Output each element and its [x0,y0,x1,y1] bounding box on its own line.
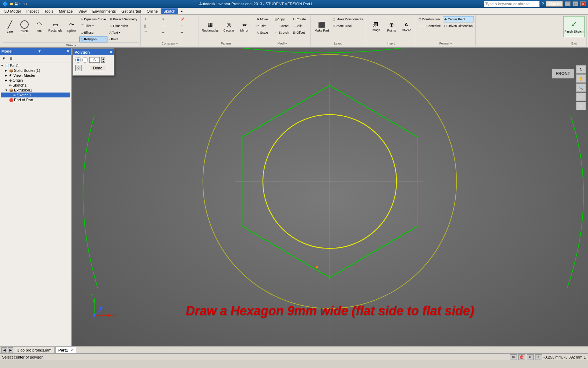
image-button[interactable]: 🖼 Image [368,16,384,37]
cursor-button[interactable]: ↖ [535,354,542,360]
polygon-done-button[interactable]: Done [90,65,105,71]
line-button[interactable]: ╱ Line [3,16,17,37]
finish-sketch-button[interactable]: ✓ Finish Sketch [563,16,585,37]
zoom-out-button[interactable]: − [576,102,586,110]
expand-extrusion1[interactable]: ▼ [5,89,8,92]
panel-close-icon[interactable]: ✕ [66,49,70,54]
point-button[interactable]: · Point [108,36,139,42]
minimize-button[interactable]: ─ [565,1,570,6]
polygon-dialog-close[interactable]: ✕ [109,50,112,54]
expand-solid-bodies[interactable]: ▶ [5,69,8,72]
menu-online[interactable]: Online [144,8,161,14]
circle-button[interactable]: Circle [18,16,31,37]
fix-button[interactable]: 📌 [179,16,197,22]
polygon-help-button[interactable]: ? [75,65,82,71]
perpendicular-button[interactable]: ⊥ [143,16,160,22]
parallel-button[interactable]: ∥ [143,23,160,29]
points-button[interactable]: ⊕ Points [385,16,399,37]
tab-assembly[interactable]: 3 go pro prongs.iam [14,347,55,353]
panel-dropdown-icon[interactable]: ▾ [38,49,41,54]
sides-up-button[interactable]: ▲ [101,57,105,60]
viewport[interactable]: X Y Polygon ✕ ▲ ▼ [72,48,588,346]
make-components-button[interactable]: ⬚ Make Components [331,16,364,22]
tree-item-sketch3[interactable]: ✏ Sketch3 [1,93,70,97]
menu-extra[interactable]: ● [178,9,186,14]
expand-view-master[interactable]: ▶ [5,74,8,77]
offset-button[interactable]: ⊟ Offset [292,29,309,36]
centerline-button[interactable]: —·— Centerline [417,23,442,29]
rectangle-button[interactable]: ▭ Rectangle [47,16,64,37]
tab-part1-close[interactable]: ✕ [70,349,73,352]
tree-item-extrusion1[interactable]: ▼ 📦 Extrusion1 [1,88,70,93]
split-button[interactable]: ⟂ Split [292,23,309,29]
sides-down-button[interactable]: ▼ [101,60,105,63]
sign-in-button[interactable]: Sign In [546,1,563,7]
driven-dimension-button[interactable]: ⊙ Driven Dimension [443,23,474,29]
copy-button[interactable]: ⎘ Copy [273,16,291,22]
collinear-button[interactable]: — [161,23,178,29]
menu-environments[interactable]: Environments [90,8,119,14]
extend-button[interactable]: → Extend [273,23,291,29]
tree-item-solid-bodies[interactable]: ▶ 📦 Solid Bodies(1) [1,68,70,73]
grid-button[interactable]: ⊞ [510,354,517,360]
equation-curve-button[interactable]: ∿ Equation Curve [79,16,107,22]
tree-item-view-master[interactable]: ▶ 👁 View: Master [1,73,70,78]
rectangular-button[interactable]: ▦ Rectangular [201,16,220,37]
sym-button[interactable]: ⇔ [179,29,197,36]
move-button[interactable]: ✥ Move [255,16,273,22]
zoom-button[interactable]: 🔍 [576,83,586,92]
tab-nav-right[interactable]: ▶ [8,347,13,353]
polygon-button[interactable]: ⬡ Polygon [79,36,107,42]
sides-input[interactable] [89,57,100,63]
menu-tools[interactable]: Tools [42,8,56,14]
tree-item-end-of-part[interactable]: 🔴 End of Part [1,97,70,102]
acad-button[interactable]: A ACAD [399,16,413,37]
project-geometry-button[interactable]: ⊕ Project Geometry [108,16,139,22]
text-button[interactable]: A Text ▾ [108,29,139,36]
create-block-button[interactable]: ▪ Create Block [331,23,364,29]
maximize-button[interactable]: □ [573,1,578,6]
hv-button[interactable]: ⊣ [179,23,197,29]
equal-button[interactable]: = [161,29,178,36]
inscribed-radio[interactable] [75,57,81,63]
close-button[interactable]: ✕ [580,1,586,6]
center-point-button[interactable]: ⊕ Center Point [443,16,474,22]
tab-nav-left[interactable]: ◀ [1,347,7,353]
fillet-button[interactable]: ⌒ Fillet ▾ [79,23,107,29]
ellipse-button[interactable]: ⬭ Ellipse [79,29,107,36]
circular-button[interactable]: ◎ Circular [221,16,237,37]
tangent-button[interactable]: ⌒ [143,29,160,36]
pan-button[interactable]: ✋ [576,74,586,83]
dimension-button[interactable]: ↔ Dimension [108,23,139,29]
polygon-dialog-header[interactable]: Polygon ✕ [73,49,114,55]
coincident-button[interactable]: × [161,16,178,22]
search-input[interactable] [484,1,540,7]
trim-button[interactable]: ✂ Trim [255,23,273,29]
circumscribed-radio[interactable] [82,57,88,63]
stretch-button[interactable]: ↔ Stretch [273,29,291,36]
orbit-button[interactable]: ↻ [576,65,586,74]
help-btn[interactable]: ? [542,2,544,6]
mirror-button[interactable]: ⇔ Mirror [237,16,251,37]
tab-part1[interactable]: Part1 ✕ [55,347,77,353]
ortho-button[interactable]: ⊕ [527,354,534,360]
expand-origin[interactable]: ▶ [5,79,8,82]
snap-button[interactable]: 🧲 [518,354,525,360]
menu-getstarted[interactable]: Get Started [119,8,144,14]
menu-inspect[interactable]: Inspect [23,8,41,14]
tree-item-origin[interactable]: ▶ ⊕ Origin [1,78,70,83]
make-part-button[interactable]: ⬛ Make Part [313,16,330,37]
menu-3dmodel[interactable]: 3D Model [1,8,23,14]
menu-sketch[interactable]: Sketch [161,8,178,14]
arc-button[interactable]: ◠ Arc [32,16,46,37]
spline-button[interactable]: 〜 Spline [65,16,79,37]
construction-button[interactable]: ⬡ Construction [417,16,442,22]
menu-manage[interactable]: Manage [56,8,76,14]
menu-view[interactable]: View [76,8,90,14]
zoom-in-button[interactable]: + [576,93,586,101]
tree-item-part1[interactable]: ▼ 📄 Part1 [1,63,70,68]
tree-item-sketch1[interactable]: ✏ Sketch1 [1,83,70,88]
expand-all-icon[interactable]: ⊞ [8,55,14,62]
scale-button[interactable]: ⤡ Scale [255,29,273,36]
filter-icon[interactable]: ▼ [1,55,7,62]
